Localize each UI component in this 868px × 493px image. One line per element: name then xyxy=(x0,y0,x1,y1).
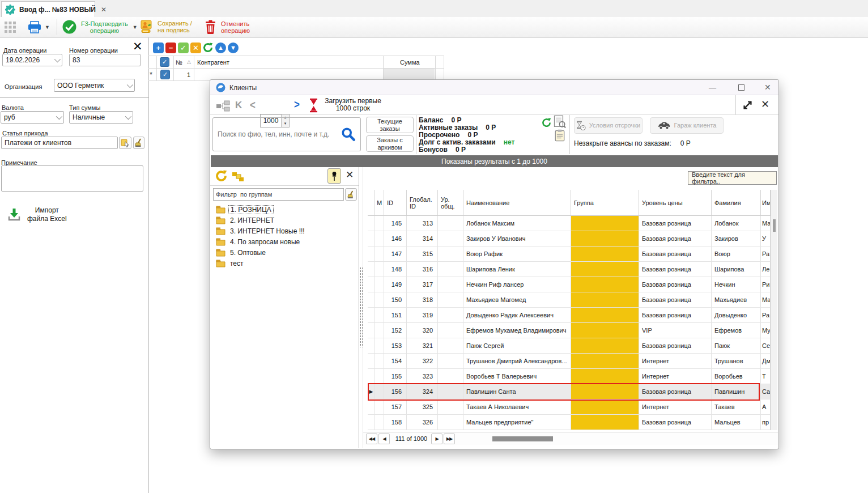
import-excel-button[interactable]: Импорт файла Excel xyxy=(8,206,67,223)
tab-close-icon[interactable]: ✕ xyxy=(101,6,107,14)
col-global-id[interactable]: Глобал. ID xyxy=(407,190,438,216)
tab-operation[interactable]: Ввод ф... №83 НОВЫЙ ✕ xyxy=(1,1,95,17)
print-dropdown-caret[interactable]: ▼ xyxy=(45,24,50,30)
search-icon[interactable] xyxy=(341,127,356,142)
tree-close-icon[interactable]: ✕ xyxy=(346,169,354,181)
grid-sum-cell[interactable] xyxy=(384,69,435,80)
chevron-down-icon[interactable] xyxy=(54,56,61,62)
client-row[interactable]: 151319Довыденко Радик АлексеевичБазовая … xyxy=(368,308,771,323)
col-ur[interactable]: Ур. общ. xyxy=(438,190,463,216)
col-firstname[interactable]: Имя xyxy=(761,190,771,216)
grid-move-down-button[interactable]: ▼ xyxy=(228,42,239,53)
tree-item[interactable]: 2. ИНТЕРНЕТ xyxy=(216,215,276,226)
col-id[interactable]: ID xyxy=(384,190,407,216)
income-item-field[interactable]: Платежи от клиентов xyxy=(1,137,118,149)
clipboard-icon[interactable] xyxy=(555,129,565,142)
date-combobox[interactable]: 19.02.2026 xyxy=(2,54,62,66)
pager-last-button[interactable]: ▶▶ xyxy=(444,434,455,444)
tree-refresh-icon[interactable] xyxy=(215,169,228,182)
tree-item[interactable]: 1. РОЗНИЦА xyxy=(216,205,274,215)
confirm-operation-button[interactable]: F3-Подтвердить операцию ▼ xyxy=(62,20,138,34)
client-row[interactable]: 154322Трушанов Дмитрий Александров...Инт… xyxy=(368,354,771,369)
col-group[interactable]: Группа xyxy=(571,190,639,216)
client-row[interactable]: 158326Мальцев предприятие"Базовая розниц… xyxy=(368,415,771,430)
grid-refresh-button[interactable] xyxy=(202,42,214,53)
client-row[interactable]: 152320Ефремов Мухамед ВладимировичVIPЕфр… xyxy=(368,323,771,338)
minimize-icon[interactable]: — xyxy=(709,83,716,92)
col-m[interactable]: М xyxy=(375,190,384,216)
client-row[interactable]: 147315Воюр РафикБазовая розницаВоюрРа xyxy=(368,246,771,262)
grid-select-all-checkbox[interactable]: ✓ xyxy=(160,57,169,67)
apps-grid-icon[interactable] xyxy=(3,20,17,34)
client-row[interactable]: 150318Махьядиев МагомедБазовая розницаМа… xyxy=(368,292,771,308)
table-filter-box[interactable]: Введите текст для фильтра.. xyxy=(688,171,777,185)
grid-remove-button[interactable]: − xyxy=(165,42,176,53)
grid-col-sum[interactable]: Сумма xyxy=(400,59,420,66)
col-price-level[interactable]: Уровень цены xyxy=(639,190,712,216)
sum-type-combobox[interactable]: Наличные xyxy=(69,111,133,124)
income-clear-button[interactable] xyxy=(133,137,144,149)
print-button[interactable]: ▼ xyxy=(27,21,50,33)
defer-terms-button[interactable]: Условия отсрочки xyxy=(574,117,643,134)
tree-filter-clear-button[interactable] xyxy=(345,188,357,201)
dialog-close-icon[interactable]: ✕ xyxy=(761,98,769,110)
operation-number-field[interactable]: 83 xyxy=(69,54,141,66)
tree-item[interactable]: 5. Оптовые xyxy=(216,248,267,258)
currency-combobox[interactable]: руб xyxy=(1,111,64,124)
hierarchy-icon[interactable] xyxy=(216,100,231,112)
pager-next-button[interactable]: ▶ xyxy=(431,434,442,444)
pager-prev-button[interactable]: ◀ xyxy=(378,434,390,444)
grid-move-up-button[interactable]: ▲ xyxy=(215,42,226,53)
panel-close-icon[interactable]: ✕ xyxy=(133,40,143,53)
pager-first-button[interactable]: ◀◀ xyxy=(366,434,377,444)
vscrollbar-thumb[interactable] xyxy=(773,219,776,232)
grid-accept-button[interactable]: ✓ xyxy=(178,42,189,53)
income-pick-button[interactable] xyxy=(119,137,131,149)
expand-icon[interactable] xyxy=(742,99,754,111)
chevron-down-icon[interactable] xyxy=(127,81,133,87)
cancel-operation-button[interactable]: Отменить операцию xyxy=(205,20,250,34)
client-search-input[interactable] xyxy=(213,130,341,138)
chevron-down-icon[interactable] xyxy=(125,113,131,120)
tree-item[interactable]: тест xyxy=(216,258,245,269)
client-row[interactable]: 146314Закиров У ИвановичБазовая розницаЗ… xyxy=(368,231,771,246)
hscrollbar-thumb[interactable] xyxy=(492,436,553,441)
client-garage-button[interactable]: Гараж клиента xyxy=(650,117,724,134)
client-row[interactable]: 153321Паюк СергейБазовая розницаПаюкСе xyxy=(368,338,771,354)
organization-combobox[interactable]: ООО Герметик xyxy=(54,79,135,92)
window-close-icon[interactable]: ✕ xyxy=(764,83,771,92)
tree-filter-input[interactable] xyxy=(213,188,344,201)
grid-cancel-button[interactable]: ✕ xyxy=(190,42,201,53)
grid-row-checkbox[interactable]: ✓ xyxy=(160,70,170,79)
note-textarea[interactable] xyxy=(1,165,143,192)
current-orders-button[interactable]: Текущие заказы xyxy=(366,117,414,133)
grid-col-contragent[interactable]: Контрагент xyxy=(197,59,229,66)
tree-item[interactable]: 3. ИНТЕРНЕТ Новые !!! xyxy=(216,226,307,236)
client-row[interactable]: 155323Воробьев Т ВалерьевичИнтернетВороб… xyxy=(368,369,771,384)
client-row[interactable]: 148316Шарипова ЛеникБазовая розницаШарип… xyxy=(368,262,771,277)
load-first-button[interactable]: Загрузить первые 1000 строк xyxy=(324,97,382,112)
client-row[interactable]: ▶156324Павлишин СантаБазовая розницаПавл… xyxy=(368,384,771,400)
maximize-icon[interactable] xyxy=(738,84,744,91)
client-row[interactable]: 157325Такаев А НиколаевичИнтернетТакаевА xyxy=(368,400,771,415)
tree-item[interactable]: 4. По запросам новые xyxy=(216,237,301,247)
dialog-titlebar[interactable]: Клиенты — ✕ xyxy=(210,80,778,95)
nav-prev-icon[interactable]: < xyxy=(250,99,256,112)
grid-add-button[interactable]: + xyxy=(153,42,164,53)
refresh-balance-icon[interactable] xyxy=(541,117,552,128)
chevron-down-icon[interactable] xyxy=(56,113,62,120)
pin-button[interactable] xyxy=(327,168,341,184)
confirm-dropdown-caret[interactable]: ▼ xyxy=(133,24,138,30)
nav-first-icon[interactable]: K xyxy=(235,100,242,111)
preview-document-icon[interactable] xyxy=(554,115,566,128)
col-name[interactable]: Наименование xyxy=(463,190,571,216)
client-row[interactable]: 149317Нечкин Риф лансерБазовая розницаНе… xyxy=(368,277,771,292)
left-panel-divider[interactable] xyxy=(148,37,149,493)
save-for-sign-button[interactable]: Сохранить / на подпись xyxy=(141,20,192,33)
client-row[interactable]: 145313Лобанок МаксимБазовая розницаЛобан… xyxy=(368,216,771,231)
col-surname[interactable]: Фамилия xyxy=(712,190,761,216)
archive-orders-button[interactable]: Заказы с архивом xyxy=(366,135,414,152)
tree-hierarchy-icon[interactable] xyxy=(232,171,245,182)
table-vscrollbar[interactable] xyxy=(771,190,777,430)
grid-col-num[interactable]: № xyxy=(176,59,182,66)
